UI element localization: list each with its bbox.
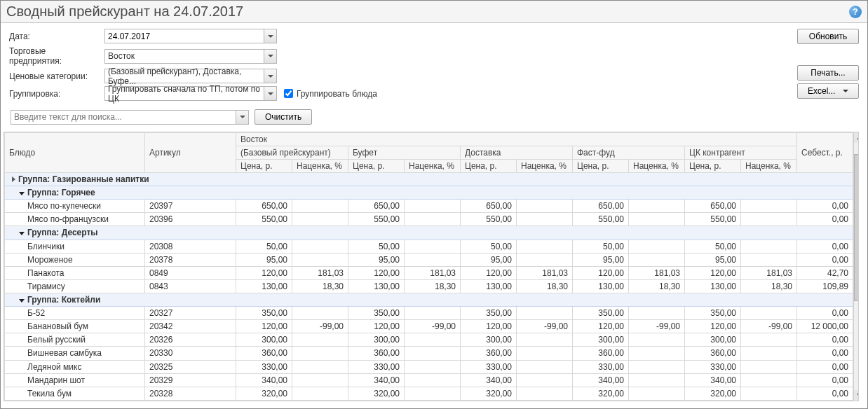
table-row[interactable]: Б-5220327350,00350,00350,00350,00350,000… <box>5 307 853 320</box>
col-markup[interactable]: Наценка, % <box>405 160 461 173</box>
cell: 20328 <box>145 387 236 400</box>
table-row[interactable]: Текила бум20328320,00320,00320,00320,003… <box>5 387 853 400</box>
table-row[interactable]: Мясо по-купечески20397650,00650,00650,00… <box>5 200 853 213</box>
grouping-dropdown-button[interactable] <box>264 86 277 101</box>
cell: 130,00 <box>236 279 292 293</box>
col-cat-0[interactable]: (Базовый прейскурант) <box>236 146 348 160</box>
table-row[interactable]: Блинчики2030850,0050,0050,0050,0050,000,… <box>5 240 853 253</box>
search-input[interactable] <box>11 110 236 125</box>
scroll-down-button[interactable] <box>854 390 859 401</box>
table-row[interactable]: Вишневая самбука20330360,00360,00360,003… <box>5 347 853 360</box>
cell: 650,00 <box>236 200 292 213</box>
cell: Б-52 <box>5 307 145 320</box>
print-button[interactable]: Печать... <box>797 65 859 81</box>
table-row[interactable]: Мороженое2037895,0095,0095,0095,0095,000… <box>5 253 853 266</box>
date-input[interactable] <box>104 29 264 43</box>
col-cost[interactable]: Себест., р. <box>797 133 853 173</box>
group-label: Группа: Горячее <box>27 188 95 197</box>
cell <box>405 373 461 387</box>
cell <box>405 333 461 347</box>
col-cat-4[interactable]: ЦК контрагент <box>685 146 797 160</box>
cell <box>741 333 797 347</box>
cell: 300,00 <box>573 333 629 347</box>
cell: 20326 <box>145 333 236 347</box>
help-icon[interactable]: ? <box>849 6 862 18</box>
group-row[interactable]: Группа: Десерты <box>5 226 853 240</box>
col-price[interactable]: Цена, р. <box>348 160 405 173</box>
grouping-value: Группировать сначала по ТП, потом по ЦК <box>104 86 264 101</box>
table-header: Блюдо Артикул Восток Себест., р. (Базовы… <box>5 133 853 173</box>
search-dropdown-button[interactable] <box>236 110 249 125</box>
clear-button[interactable]: Очистить <box>255 109 312 125</box>
cell: 0849 <box>145 266 236 279</box>
cell: 120,00 <box>573 266 629 279</box>
cell: 109,89 <box>797 279 853 293</box>
col-sku[interactable]: Артикул <box>145 133 236 173</box>
table-row[interactable]: Мясо по-французски20396550,00550,00550,0… <box>5 213 853 226</box>
col-markup[interactable]: Наценка, % <box>292 160 348 173</box>
cell: 42,70 <box>797 266 853 279</box>
table-row[interactable]: Панакота0849120,00181,03120,00181,03120,… <box>5 266 853 279</box>
cell: 95,00 <box>573 253 629 266</box>
cell <box>292 373 348 387</box>
col-cat-1[interactable]: Буфет <box>348 146 461 160</box>
pricecat-combo[interactable]: (Базовый прейскурант), Доставка, Буфе... <box>104 69 277 83</box>
cell <box>741 387 797 400</box>
group-dishes-checkbox[interactable] <box>284 89 293 98</box>
chevron-down-icon <box>268 75 273 78</box>
pricecat-dropdown-button[interactable] <box>264 69 277 83</box>
date-dropdown-button[interactable] <box>264 29 277 43</box>
table-row[interactable]: Тирамису0843130,0018,30130,0018,30130,00… <box>5 279 853 293</box>
grouping-combo[interactable]: Группировать сначала по ТП, потом по ЦК <box>104 86 277 101</box>
col-price[interactable]: Цена, р. <box>236 160 292 173</box>
enterprise-dropdown-button[interactable] <box>264 49 277 64</box>
vertical-scrollbar[interactable] <box>853 132 859 401</box>
col-cat-2[interactable]: Доставка <box>461 146 573 160</box>
table-row[interactable]: Мандарин шот20329340,00340,00340,00340,0… <box>5 373 853 387</box>
col-enterprise[interactable]: Восток <box>236 133 797 146</box>
cell: 20325 <box>145 360 236 373</box>
cell: 95,00 <box>348 253 405 266</box>
cell <box>517 240 573 253</box>
col-price[interactable]: Цена, р. <box>685 160 741 173</box>
cell: 50,00 <box>236 240 292 253</box>
cell <box>741 307 797 320</box>
col-markup[interactable]: Наценка, % <box>517 160 573 173</box>
cell: 350,00 <box>236 307 292 320</box>
cell: 350,00 <box>573 307 629 320</box>
excel-button[interactable]: Excel... <box>797 83 859 99</box>
table-row[interactable]: Ледяной микс20325330,00330,00330,00330,0… <box>5 360 853 373</box>
col-price[interactable]: Цена, р. <box>573 160 629 173</box>
col-markup[interactable]: Наценка, % <box>741 160 797 173</box>
cell: 300,00 <box>348 333 405 347</box>
chevron-down-icon <box>268 35 273 38</box>
cell <box>517 347 573 360</box>
cell: 181,03 <box>517 266 573 279</box>
cell: 550,00 <box>461 213 517 226</box>
cell: 18,30 <box>405 279 461 293</box>
group-row[interactable]: Группа: Горячее <box>5 186 853 200</box>
chevron-down-icon <box>268 55 273 57</box>
cell: 130,00 <box>573 279 629 293</box>
group-row[interactable]: Группа: Коктейли <box>5 293 853 306</box>
scrollbar-thumb[interactable] <box>854 154 859 301</box>
date-combo[interactable] <box>104 29 277 43</box>
search-combo[interactable] <box>11 110 249 125</box>
cell <box>405 200 461 213</box>
col-cat-3[interactable]: Фаст-фуд <box>573 146 685 160</box>
scroll-up-button[interactable] <box>854 132 859 143</box>
col-dish[interactable]: Блюдо <box>5 133 145 173</box>
cell <box>741 360 797 373</box>
col-markup[interactable]: Наценка, % <box>629 160 685 173</box>
cell: 360,00 <box>348 347 405 360</box>
cell: 350,00 <box>461 307 517 320</box>
refresh-button[interactable]: Обновить <box>797 29 859 44</box>
table-row[interactable]: Банановый бум20342120,00-99,00120,00-99,… <box>5 320 853 333</box>
group-row[interactable]: Группа: Газированные напитки <box>5 173 853 186</box>
cell <box>405 240 461 253</box>
col-price[interactable]: Цена, р. <box>461 160 517 173</box>
enterprise-combo[interactable]: Восток <box>104 49 277 64</box>
table-row[interactable]: Белый русский20326300,00300,00300,00300,… <box>5 333 853 347</box>
cell: -99,00 <box>292 320 348 333</box>
cell: 360,00 <box>236 347 292 360</box>
